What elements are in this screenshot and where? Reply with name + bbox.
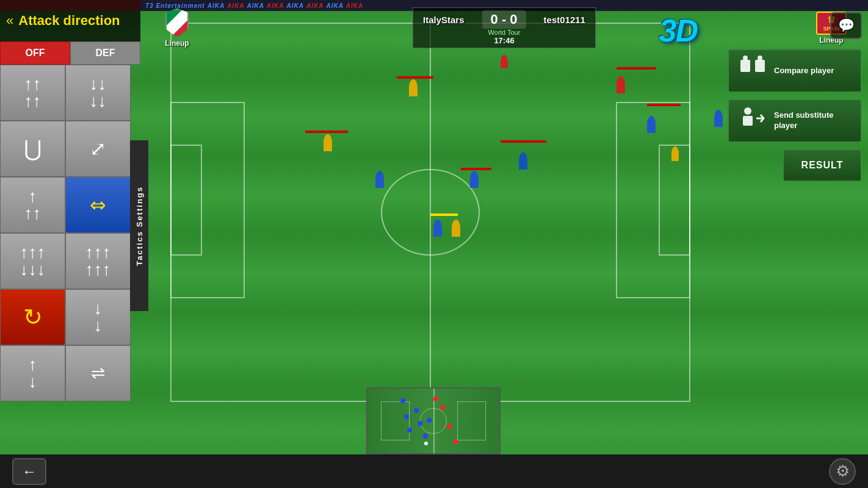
health-bar-yellow-1 [430,214,458,216]
health-bar-1 [305,131,348,133]
tactic-btn-split-vert[interactable]: ↑↓ [0,345,65,401]
left-tactics-panel: « Attack direction OFF DEF ↑↑↑↑ ⋃ ↑↑↑ [0,0,140,458]
tactics-settings-panel[interactable]: Tactics Settings [130,140,148,311]
ad-aika-7: AIKA [326,2,343,9]
chat-button[interactable]: 💬 [830,12,862,39]
player-yellow-3 [452,220,460,237]
score-area: ItalyStars 0 - 0 test01211 World Tour 17… [413,7,596,48]
svg-rect-7 [740,60,750,72]
compare-player-icon [737,55,768,87]
player-blue-4 [519,152,527,170]
health-bar-3 [461,168,491,170]
italy-flag-shield [165,9,189,38]
result-button[interactable]: RESULT [783,149,862,182]
health-bar-6 [647,104,681,106]
back-button[interactable]: ← [12,458,46,485]
health-bar-4 [501,140,546,143]
tactics-settings-label-text: Tactics Settings [135,186,144,266]
svg-point-9 [743,56,748,60]
health-bar-5 [617,67,656,70]
ad-aika-6: AIKA [306,2,324,9]
tactic-icon-split-vert: ↑↓ [29,356,37,390]
ad-aika-8: AIKA [346,2,363,9]
player-yellow-1 [409,79,418,96]
tactic-icon-u-turn: ⋃ [24,138,42,160]
tactics-col-off: ↑↑↑↑ ⋃ ↑↑↑ ↑↑↑↓↓↓ ↻ ↑↓ [0,65,65,401]
result-label: RESULT [801,160,844,171]
mini-map-field [367,389,499,453]
tactic-btn-double-arrow[interactable]: ⇔ [65,177,131,233]
mini-map [366,387,501,454]
tab-def[interactable]: DEF [70,41,140,65]
send-substitute-button[interactable]: Send substituteplayer [728,99,862,143]
team-right-name: test01211 [544,15,585,25]
attack-direction-label: Attack direction [18,13,120,29]
match-time: 17:46 [494,36,514,45]
tactic-icon-split-horiz: ⇌ [91,365,105,382]
svg-rect-8 [755,60,765,72]
settings-button[interactable]: ⚙ [829,458,856,485]
player-blue-2 [433,220,442,237]
ad-aika-5: AIKA [287,2,304,9]
team-names-row: ItalyStars 0 - 0 test01211 [423,10,585,29]
player-red-1 [501,55,508,68]
attack-direction-bar: « Attack direction [0,0,140,41]
chat-icon: 💬 [838,18,855,34]
tactics-col-def: ↓↓↓↓ ⤢ ⇔ ↑↑↑↑↑↑ ↓↓ [65,65,131,401]
tactic-btn-fan-up[interactable]: ↑↑↑ [0,177,65,233]
tactic-icon-double-arrow: ⇔ [90,195,106,215]
tactic-btn-refresh[interactable]: ↻ [0,289,65,345]
player-yellow-4 [671,146,679,161]
match-type: World Tour [488,29,521,36]
tactic-btn-triple-up2[interactable]: ↑↑↑↑↑↑ [65,233,131,289]
player-red-2 [617,76,625,93]
tactics-grid: ↑↑↑↑ ⋃ ↑↑↑ ↑↑↑↓↓↓ ↻ ↑↓ [0,65,140,401]
tactic-btn-expand[interactable]: ⤢ [65,121,131,177]
ad-aika-1: AIKA [208,2,225,9]
send-substitute-icon [737,105,768,137]
bottom-bar: ← ⚙ [0,454,868,488]
tactic-btn-up-all[interactable]: ↑↑↑↑ [0,65,65,121]
ad-aika-3: AIKA [247,2,264,9]
tactic-icon-down-all: ↓↓↓↓ [90,76,107,110]
tactic-btn-split-horiz[interactable]: ⇌ [65,345,131,401]
tactic-icon-down-arrows: ↓↓ [94,300,103,334]
ad-aika-2: AIKA [227,2,244,9]
tab-off[interactable]: OFF [0,41,70,65]
player-blue-5 [647,116,656,133]
tactic-icon-fan-up: ↑↑↑ [24,188,42,222]
tactic-btn-down-arrows[interactable]: ↓↓ [65,289,131,345]
ad-aika-4: AIKA [267,2,284,9]
send-substitute-label: Send substituteplayer [774,110,834,131]
team-left-name: ItalyStars [423,15,465,25]
tactic-btn-u-turn[interactable]: ⋃ [0,121,65,177]
off-def-tabs: OFF DEF [0,41,140,65]
settings-icon: ⚙ [836,462,850,481]
compare-player-label: Compare player [774,66,834,76]
3d-button[interactable]: 3D [659,12,697,49]
player-yellow-2 [324,134,332,151]
health-bar-2 [397,76,433,79]
right-panel: Compare player Send substituteplayer RES… [703,49,868,182]
tactic-icon-refresh: ↻ [23,306,43,329]
player-blue-1 [375,171,384,188]
hud-top-bar: Lineup ItalyStars 0 - 0 test01211 World … [140,11,868,45]
attack-arrows-icon: « [6,13,13,29]
tactic-icon-expand: ⤢ [90,139,106,159]
player-blue-3 [470,171,479,188]
tactic-btn-down-all[interactable]: ↓↓↓↓ [65,65,131,121]
back-icon: ← [22,463,37,480]
svg-rect-12 [743,116,753,126]
tactic-icon-triple-up: ↑↑↑↓↓↓ [20,244,46,278]
italy-lineup-label[interactable]: Lineup [165,39,189,48]
tactic-icon-triple-up2: ↑↑↑↑↑↑ [85,244,111,278]
svg-point-11 [744,107,751,115]
tactic-btn-triple-up[interactable]: ↑↑↑↓↓↓ [0,233,65,289]
svg-point-10 [758,56,762,60]
compare-player-button[interactable]: Compare player [728,49,862,93]
tactic-icon-up-all: ↑↑↑↑ [24,76,42,110]
score-display: 0 - 0 [482,10,526,29]
team-left-section[interactable]: Lineup [146,9,208,48]
